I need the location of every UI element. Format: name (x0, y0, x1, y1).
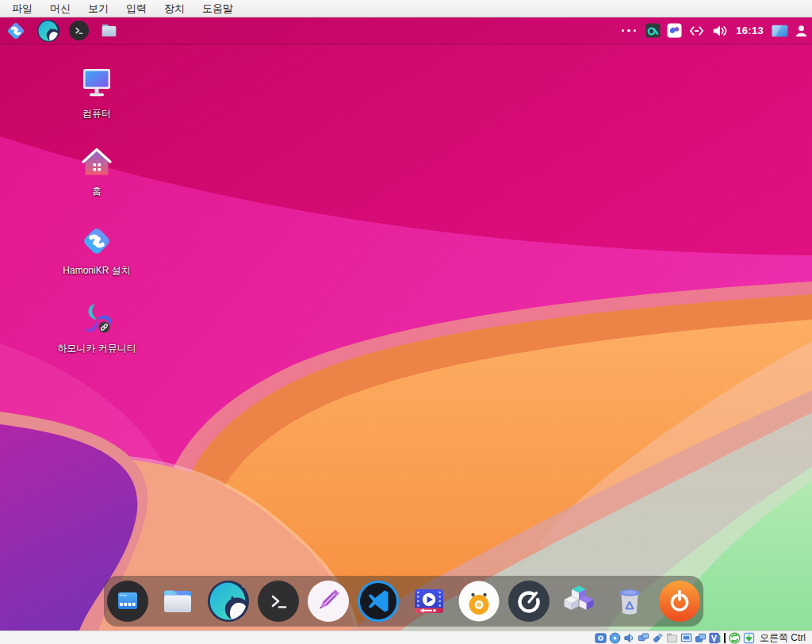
tray-overflow-icon[interactable] (619, 29, 640, 33)
video-player-icon[interactable] (408, 581, 450, 622)
terminal-panel-icon[interactable] (69, 21, 89, 40)
audio-status-icon[interactable] (623, 632, 635, 644)
menu-view[interactable]: 보기 (79, 0, 117, 17)
trash-icon[interactable] (609, 581, 650, 622)
display-status-icon[interactable] (680, 632, 692, 644)
whale-browser-icon[interactable] (208, 581, 249, 622)
power-icon[interactable] (659, 581, 700, 622)
desktop-icon-label: 컴퓨터 (82, 107, 111, 121)
top-panel: 16:13 (0, 17, 812, 44)
app-launcher-icon[interactable] (107, 581, 148, 622)
menu-machine[interactable]: 머신 (41, 0, 79, 17)
system-monitor-icon[interactable] (508, 581, 550, 622)
hamonikr-installer-icon (78, 222, 116, 260)
optical-status-icon[interactable] (609, 632, 621, 644)
volume-tray-icon[interactable] (711, 23, 728, 39)
clock[interactable]: 16:13 (734, 25, 765, 36)
audio-recorder-icon[interactable] (458, 581, 500, 622)
user-tray-icon[interactable] (795, 24, 808, 37)
computer-icon (78, 65, 116, 103)
menu-file[interactable]: 파일 (3, 0, 41, 17)
vscode-icon[interactable] (358, 581, 399, 622)
network-tray-icon[interactable] (688, 23, 705, 39)
desktop-icon-computer[interactable]: 컴퓨터 (57, 65, 136, 121)
virtualbox-window: 파일 머신 보기 입력 장치 도움말 (0, 0, 812, 644)
menu-devices[interactable]: 장치 (155, 0, 193, 17)
hamonikr-community-icon (78, 300, 116, 338)
whale-browser-panel-icon[interactable] (37, 20, 59, 42)
recording-status-icon[interactable] (695, 632, 707, 644)
desktop-icon-home[interactable]: 홈 (57, 143, 136, 198)
statusbar-caret (724, 633, 726, 643)
vm-features-status-icon[interactable] (709, 632, 721, 644)
network-status-icon[interactable] (638, 632, 649, 644)
display-tray-icon[interactable] (772, 25, 788, 37)
nimf-input-tray-icon[interactable] (667, 23, 682, 38)
desktop-icon-label: 홈 (92, 185, 102, 198)
menu-help[interactable]: 도움말 (193, 0, 242, 17)
mouse-integration-status-icon[interactable] (729, 632, 741, 644)
desktop-icon-community[interactable]: 하모니카 커뮤니티 (57, 300, 136, 355)
vbox-menubar: 파일 머신 보기 입력 장치 도움말 (0, 0, 812, 17)
host-key-label: 오른쪽 Ctrl (760, 631, 806, 644)
shared-folders-status-icon[interactable] (666, 632, 678, 644)
dock (104, 576, 703, 627)
text-editor-icon[interactable] (308, 581, 349, 622)
vbox-statusbar: 오른쪽 Ctrl (0, 631, 812, 644)
menu-input[interactable]: 입력 (117, 0, 155, 17)
usb-status-icon[interactable] (652, 632, 664, 644)
file-manager-icon[interactable] (157, 581, 198, 622)
desktop-icon-installer[interactable]: HamoniKR 설치 (57, 222, 136, 278)
keyboard-capture-status-icon[interactable] (743, 632, 755, 644)
desktop-icon-label: 하모니카 커뮤니티 (57, 342, 136, 355)
home-icon (78, 143, 116, 181)
hamonikr-menu-icon[interactable] (4, 19, 28, 43)
hdd-status-icon[interactable] (595, 632, 607, 644)
terminal-icon[interactable] (258, 581, 299, 622)
files-panel-icon[interactable] (98, 20, 120, 41)
software-cubes-icon[interactable] (558, 581, 599, 622)
desktop-icon-label: HamoniKR 설치 (63, 264, 130, 278)
vm-screen: 16:13 (0, 17, 812, 631)
alpha-agent-tray-icon[interactable] (645, 23, 661, 38)
